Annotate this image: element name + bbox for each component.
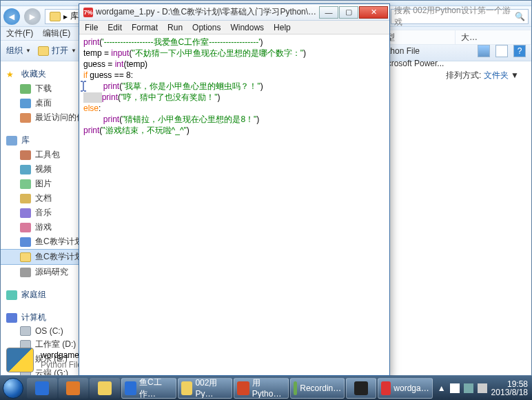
pinned-ie[interactable] <box>27 378 57 399</box>
video-icon <box>20 165 31 174</box>
idle-window: 7% wordgame_1.py - D:\鱼C教学计划\零基础入门学习Pyth… <box>79 3 390 376</box>
computer-icon <box>6 313 17 323</box>
idle-icon <box>381 381 391 395</box>
homegroup-icon <box>6 290 17 300</box>
tray-arrow-icon[interactable]: ▲ <box>438 383 446 393</box>
desktop-icon <box>20 99 31 108</box>
document-icon <box>20 194 31 203</box>
status-filename: wordgame_ <box>41 350 84 360</box>
pinned-explorer[interactable] <box>90 378 120 399</box>
game-icon <box>20 223 31 232</box>
col-size[interactable]: 大… <box>456 30 531 44</box>
idle-menubar: File Edit Format Run Options Windows Hel… <box>79 21 389 34</box>
task-idle[interactable]: wordga… <box>378 378 433 399</box>
search-placeholder: 搜索 002用Python设计第一个游戏 <box>394 5 515 28</box>
status-filetype: Python File <box>41 360 84 370</box>
folder-icon <box>20 150 31 160</box>
system-tray[interactable]: ▲ 19:58 2013/8/18 <box>433 380 532 397</box>
flag-icon[interactable] <box>450 383 460 393</box>
folder-icon <box>38 46 49 56</box>
taskbar: 鱼C工作… 002用Py… 用Pytho… Recordin… wordga… … <box>0 376 532 400</box>
folder-icon <box>20 268 31 277</box>
menu-help[interactable]: Help <box>274 23 291 32</box>
menu-file[interactable]: File <box>85 23 98 32</box>
idle-title-text: wordgame_1.py - D:\鱼C教学计划\零基础入门学习Python\… <box>96 6 318 18</box>
folder-icon <box>20 252 31 262</box>
menu-options[interactable]: Options <box>192 23 221 32</box>
powerpoint-icon <box>237 381 249 395</box>
text-cursor-icon <box>79 81 88 92</box>
pinned-firefox[interactable] <box>59 378 89 399</box>
ie-icon <box>35 381 49 395</box>
task-folder[interactable]: 002用Py… <box>178 378 233 399</box>
menu-edit[interactable]: 编辑(E) <box>43 28 70 39</box>
menu-file[interactable]: 文件(F) <box>6 28 33 39</box>
star-icon: ★ <box>6 70 17 79</box>
sort-by[interactable]: 排列方式: 文件夹 ▼ <box>446 70 519 81</box>
drive-icon <box>20 326 31 336</box>
organize-button[interactable]: 组织▼ <box>6 45 31 57</box>
sort-value[interactable]: 文件夹 <box>484 70 509 80</box>
search-input[interactable]: 搜索 002用Python设计第一个游戏 🔍 <box>391 9 529 24</box>
volume-icon[interactable] <box>478 383 487 393</box>
menu-format[interactable]: Format <box>132 23 158 32</box>
camtasia-icon <box>294 381 298 395</box>
search-icon: 🔍 <box>515 12 525 21</box>
task-ppt[interactable]: 用Pytho… <box>234 378 289 399</box>
open-button[interactable]: 打开▼ <box>38 45 76 57</box>
minimize-button[interactable]: — <box>319 6 338 19</box>
task-fishc[interactable]: 鱼C工作… <box>121 378 176 399</box>
clock[interactable]: 19:58 2013/8/18 <box>491 380 528 397</box>
console-icon <box>354 381 368 395</box>
idle-titlebar[interactable]: 7% wordgame_1.py - D:\鱼C教学计划\零基础入门学习Pyth… <box>79 4 389 21</box>
folder-icon <box>20 237 31 247</box>
python-file-icon <box>6 348 34 372</box>
folder-icon <box>98 381 112 395</box>
folder-icon <box>50 12 61 21</box>
network-icon[interactable] <box>464 383 473 393</box>
address-text: 库 <box>70 10 79 22</box>
nav-back-button[interactable]: ◄ <box>3 8 20 25</box>
maximize-button[interactable]: ▢ <box>339 6 358 19</box>
close-button[interactable]: ✕ <box>359 6 388 19</box>
menu-windows[interactable]: Windows <box>230 23 264 32</box>
app-icon <box>125 381 136 395</box>
menu-edit[interactable]: Edit <box>108 23 122 32</box>
task-cmd[interactable] <box>346 378 376 399</box>
idle-app-icon: 7% <box>83 8 93 17</box>
nav-forward-button[interactable]: ► <box>24 8 41 25</box>
folder-icon <box>181 381 193 395</box>
recent-icon <box>20 113 31 123</box>
start-button[interactable] <box>0 376 26 400</box>
windows-orb-icon <box>3 378 23 399</box>
download-icon <box>20 84 31 94</box>
library-icon <box>6 136 17 146</box>
status-bar: wordgame_ Python File <box>6 348 84 372</box>
firefox-icon <box>66 381 80 395</box>
code-editor[interactable]: print('------------------我爱鱼C工作室--------… <box>79 34 389 139</box>
picture-icon <box>20 179 31 189</box>
selected-region <box>83 92 102 103</box>
menu-run[interactable]: Run <box>167 23 183 32</box>
task-camtasia[interactable]: Recordin… <box>290 378 345 399</box>
music-icon <box>20 208 31 218</box>
